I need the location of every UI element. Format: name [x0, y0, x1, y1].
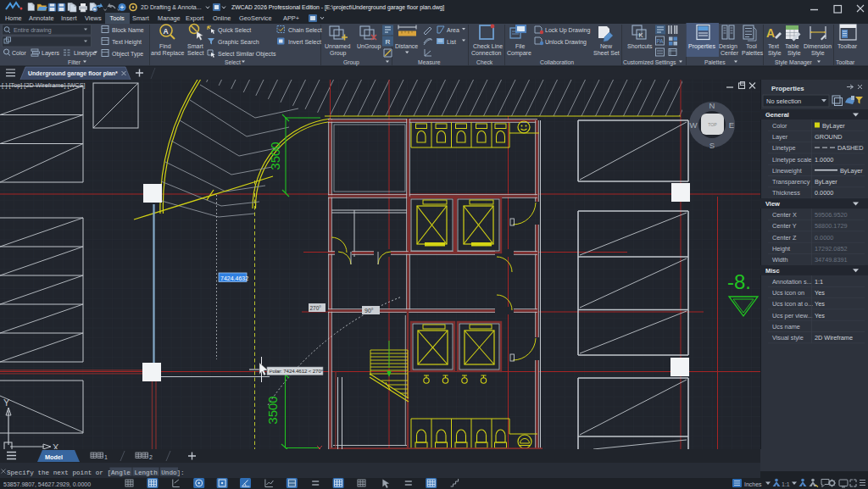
svg-text:Specify the next point or [Ang: Specify the next point or [Angle Length …	[7, 470, 185, 476]
svg-text:Text Height: Text Height	[112, 39, 142, 46]
svg-text:General: General	[765, 111, 789, 119]
svg-text:Transparency: Transparency	[772, 178, 810, 186]
svg-text:Measure: Measure	[418, 59, 441, 65]
svg-text:Unnamed: Unnamed	[325, 43, 350, 49]
svg-text:Export: Export	[186, 14, 203, 22]
svg-text:Manage: Manage	[158, 14, 181, 22]
svg-text:Properties: Properties	[688, 43, 715, 50]
svg-text:[-] [Top] [2D Wireframe] [WCS]: [-] [Top] [2D Wireframe] [WCS]	[2, 81, 86, 89]
svg-text:Design: Design	[719, 43, 737, 50]
svg-text:Ucs icon on: Ucs icon on	[772, 289, 804, 297]
svg-text:Yes: Yes	[815, 312, 825, 320]
svg-text:Tool: Tool	[746, 43, 757, 49]
svg-text:and Replace: and Replace	[151, 50, 184, 57]
svg-text:Check Line: Check Line	[473, 43, 503, 49]
svg-text:1:1: 1:1	[815, 278, 823, 286]
svg-text:Select: Select	[187, 50, 204, 56]
svg-text:7424.4632: 7424.4632	[220, 275, 248, 281]
svg-text:W: W	[690, 120, 698, 130]
svg-text:0.0000: 0.0000	[815, 234, 833, 242]
svg-text:Lock Up Drawing: Lock Up Drawing	[545, 27, 590, 34]
svg-text:Smart: Smart	[187, 43, 203, 49]
svg-text:Misc: Misc	[765, 267, 780, 275]
svg-text:Ucs name: Ucs name	[772, 323, 800, 331]
svg-text:View: View	[765, 200, 780, 208]
svg-text:ByLayer: ByLayer	[822, 122, 845, 130]
svg-text:Model: Model	[45, 453, 63, 461]
svg-text:Height: Height	[772, 245, 790, 253]
svg-text:1.0000: 1.0000	[815, 156, 833, 164]
svg-text:Customized Settings: Customized Settings	[623, 59, 676, 66]
svg-text:Group: Group	[343, 59, 359, 66]
svg-text:2D Drafting & Annota...: 2D Drafting & Annota...	[141, 4, 202, 11]
svg-text:Distance: Distance	[395, 43, 418, 49]
svg-text:53857.9807, 54627.2929, 0.0000: 53857.9807, 54627.2929, 0.0000	[3, 481, 91, 487]
svg-text:X: X	[53, 442, 59, 449]
svg-text:Tools: Tools	[110, 14, 125, 22]
svg-text:34749.8391: 34749.8391	[815, 256, 848, 264]
svg-text:Object Type: Object Type	[112, 51, 143, 58]
svg-text:Insert: Insert	[61, 14, 76, 22]
svg-text:17292.0852: 17292.0852	[815, 245, 848, 253]
svg-text:Quick Select: Quick Select	[218, 27, 251, 34]
svg-text:Color: Color	[12, 50, 26, 56]
svg-text:Yes: Yes	[815, 289, 825, 297]
svg-text:Home: Home	[5, 14, 22, 22]
svg-text:Connection: Connection	[471, 50, 502, 56]
svg-text:A: A	[164, 27, 169, 36]
svg-text:S: S	[709, 141, 715, 150]
svg-text:Graphic Search: Graphic Search	[218, 39, 259, 46]
svg-text:Layers: Layers	[42, 50, 60, 57]
svg-text:R: R	[386, 38, 391, 46]
svg-text:Underground garage floor plan*: Underground garage floor plan*	[28, 70, 118, 77]
svg-text:Table: Table	[785, 43, 799, 49]
svg-text:Lineweight: Lineweight	[772, 167, 802, 175]
svg-text:New: New	[600, 43, 613, 49]
svg-text:Style: Style	[811, 50, 825, 57]
svg-text:1: 1	[104, 454, 108, 460]
svg-text:2D Wireframe: 2D Wireframe	[815, 334, 853, 342]
svg-text:ZWCAD 2026 Professional Editio: ZWCAD 2026 Professional Edition - [E:\pr…	[231, 4, 444, 11]
svg-text:Invert Select: Invert Select	[288, 39, 321, 45]
svg-text:Toolbar: Toolbar	[837, 43, 858, 49]
svg-text:UnGroup: UnGroup	[357, 43, 381, 50]
svg-text:Center X: Center X	[772, 211, 797, 219]
svg-text:Text: Text	[768, 43, 779, 49]
svg-text:Linetype: Linetype	[74, 50, 97, 57]
svg-text:K: K	[639, 31, 643, 39]
svg-text:A: A	[766, 26, 775, 40]
svg-text:Annotation s...: Annotation s...	[772, 278, 812, 286]
svg-text:APP+: APP+	[283, 14, 299, 22]
svg-text:Center Y: Center Y	[772, 222, 797, 230]
svg-text:Style Manager: Style Manager	[775, 59, 813, 66]
svg-text:List: List	[447, 39, 456, 45]
svg-text:-8.: -8.	[727, 270, 751, 293]
svg-text:Properties: Properties	[771, 85, 804, 92]
svg-text:ByLayer: ByLayer	[815, 178, 837, 186]
svg-text:270°: 270°	[310, 305, 322, 311]
svg-text:Entire drawing: Entire drawing	[14, 27, 52, 34]
svg-text:59506.9520: 59506.9520	[815, 211, 848, 219]
svg-text:Visual style: Visual style	[772, 334, 804, 342]
svg-text:Ucs icon at o...: Ucs icon at o...	[772, 300, 813, 308]
svg-text:Area: Area	[447, 27, 459, 33]
svg-text:1:1: 1:1	[782, 481, 790, 487]
svg-text:Sheet Set: Sheet Set	[593, 50, 620, 56]
svg-text:0.0000: 0.0000	[815, 189, 833, 197]
svg-text:Color: Color	[772, 122, 787, 130]
svg-text:58800.1729: 58800.1729	[815, 222, 848, 230]
svg-text:Linetype scale: Linetype scale	[772, 156, 812, 164]
svg-text:2: 2	[149, 454, 153, 460]
svg-text:3500: 3500	[268, 142, 282, 169]
svg-text:Linetype: Linetype	[772, 144, 796, 152]
svg-text:Center: Center	[721, 50, 739, 56]
svg-text:Find: Find	[159, 43, 171, 49]
svg-text:E: E	[729, 120, 734, 130]
svg-text:Center Z: Center Z	[772, 234, 797, 242]
svg-text:Toolbar: Toolbar	[836, 59, 855, 65]
svg-text:3500: 3500	[265, 396, 280, 424]
svg-text:Shortcuts: Shortcuts	[627, 43, 653, 49]
svg-text:Online: Online	[213, 14, 231, 22]
svg-text:PA: PA	[657, 38, 665, 44]
svg-text:N: N	[709, 101, 715, 110]
